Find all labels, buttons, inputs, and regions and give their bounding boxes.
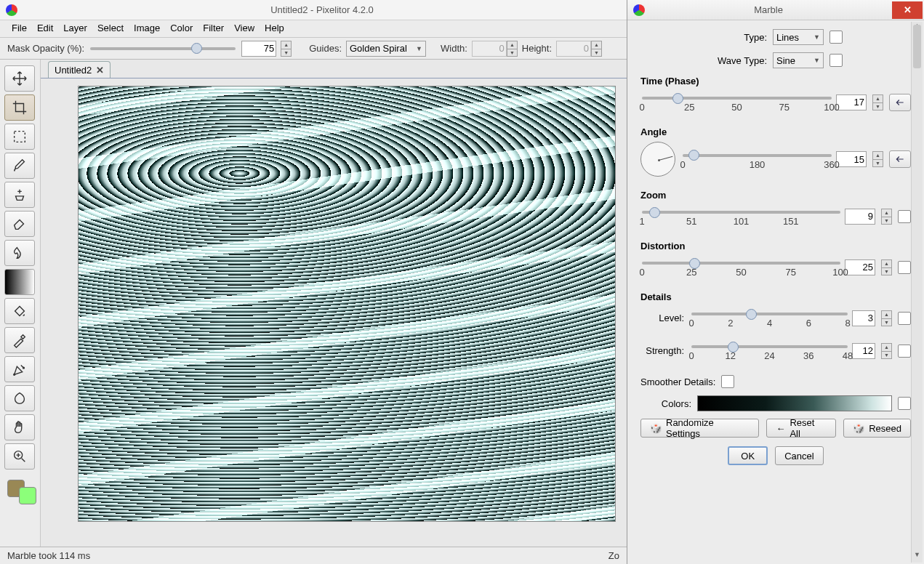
time-input[interactable] [836,94,867,110]
mask-opacity-spinner[interactable]: ▲▼ [281,41,292,57]
gradient-tool[interactable] [4,269,35,295]
eyedropper-tool[interactable] [4,327,35,353]
document-tab[interactable]: Untitled2 ✕ [48,61,111,78]
level-input[interactable] [852,310,875,326]
menu-image[interactable]: Image [129,21,164,35]
strength-input[interactable] [852,343,875,359]
angle-input[interactable] [836,151,867,167]
dialog-title: Marble [645,4,892,15]
time-spinner[interactable]: ▲▼ [872,94,883,110]
main-title-bar: Untitled2 - Pixelitor 4.2.0 [0,0,627,20]
time-label: Time (Phase) [640,76,911,86]
angle-dial[interactable] [640,142,675,177]
level-slider[interactable] [691,313,848,315]
arrow-left-icon: ← [776,423,785,434]
selection-tool[interactable] [4,124,35,150]
menu-bar: File Edit Layer Select Image Color Filte… [0,20,627,38]
angle-spinner[interactable]: ▲▼ [872,151,883,167]
distortion-input[interactable] [845,259,875,275]
tab-label: Untitled2 [55,65,92,76]
guides-label: Guides: [309,43,342,54]
brush-tool[interactable] [4,153,35,179]
colors-reset-checkbox[interactable] [898,397,911,410]
zoom-slider[interactable] [642,211,840,214]
pen-tool[interactable] [4,356,35,382]
crop-tool[interactable] [4,94,35,121]
zoom-indicator: Zo [608,550,619,561]
wave-type-label: Wave Type: [709,55,767,66]
options-bar: Mask Opacity (%): ▲▼ Guides: Golden Spir… [0,38,627,60]
guides-combo[interactable]: Golden Spiral [346,41,426,57]
details-label: Details [640,291,911,302]
menu-layer[interactable]: Layer [59,21,92,35]
level-label: Level: [640,313,684,323]
smudge-tool[interactable] [4,240,35,266]
angle-label: Angle [640,126,911,137]
tab-close-icon[interactable]: ✕ [96,65,104,76]
zoom-param-label: Zoom [640,190,911,201]
distortion-slider[interactable] [642,262,840,265]
type-label: Type: [709,32,767,43]
level-reset-checkbox[interactable] [898,312,911,325]
colors-label: Colors: [640,398,691,409]
time-reset-button[interactable] [889,94,911,111]
angle-reset-button[interactable] [889,150,911,168]
shapes-tool[interactable] [4,385,35,411]
hand-tool[interactable] [4,414,35,440]
zoom-reset-checkbox[interactable] [898,210,911,223]
status-text: Marble took 114 ms [7,550,90,561]
zoom-input[interactable] [845,209,875,225]
menu-view[interactable]: View [230,21,259,35]
mask-opacity-slider[interactable] [90,47,236,50]
randomize-button[interactable]: 🎲 Randomize Settings [640,419,759,438]
level-spinner[interactable]: ▲▼ [881,310,892,326]
strength-spinner[interactable]: ▲▼ [881,343,892,359]
canvas-preview[interactable] [78,86,616,522]
type-combo[interactable]: Lines [773,29,824,45]
strength-label: Strength: [640,345,684,356]
move-tool[interactable] [4,65,35,92]
angle-slider[interactable] [683,154,832,157]
ok-button[interactable]: OK [728,446,768,465]
zoom-tool[interactable] [4,443,35,470]
width-input [472,41,507,57]
time-slider[interactable] [642,97,832,100]
zoom-spinner[interactable]: ▲▼ [881,209,892,225]
menu-select[interactable]: Select [93,21,128,35]
distortion-reset-checkbox[interactable] [898,261,911,274]
height-spinner: ▲▼ [591,41,602,57]
menu-edit[interactable]: Edit [33,21,57,35]
app-logo-icon [6,4,17,16]
fg-color-swatch[interactable] [19,487,36,504]
dice-icon: 🎲 [853,423,864,434]
wave-type-reset-checkbox[interactable] [829,54,843,67]
smoother-checkbox[interactable] [721,375,734,388]
height-label: Height: [522,43,552,54]
clone-tool[interactable] [4,182,35,208]
dialog-title-bar[interactable]: Marble ✕ [627,0,924,20]
color-swatches[interactable] [4,477,36,506]
cancel-button[interactable]: Cancel [775,446,823,465]
menu-color[interactable]: Color [166,21,197,35]
dialog-close-button[interactable]: ✕ [892,1,923,19]
menu-file[interactable]: File [7,21,31,35]
strength-slider[interactable] [691,345,848,348]
reseed-button[interactable]: 🎲 Reseed [843,419,911,438]
strength-reset-checkbox[interactable] [898,345,911,358]
type-reset-checkbox[interactable] [829,31,843,44]
menu-filter[interactable]: Filter [198,21,228,35]
mask-opacity-input[interactable] [241,41,276,57]
distortion-spinner[interactable]: ▲▼ [881,259,892,275]
distortion-label: Distortion [640,241,911,251]
reset-all-button[interactable]: ← Reset All [766,419,836,438]
scrollbar-thumb[interactable] [913,25,921,68]
dice-icon: 🎲 [650,423,662,434]
svg-point-2 [23,367,25,368]
menu-help[interactable]: Help [260,21,289,35]
colors-gradient[interactable] [697,395,892,411]
dialog-scrollbar[interactable]: ▲ ▼ [911,22,923,563]
eraser-tool[interactable] [4,211,35,237]
toolbox [0,60,41,547]
bucket-tool[interactable] [4,298,35,324]
wave-type-combo[interactable]: Sine [773,52,824,68]
